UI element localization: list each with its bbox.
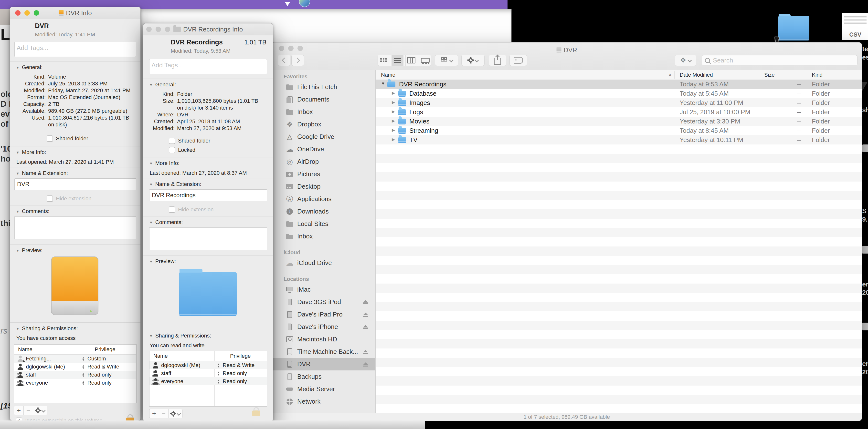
privilege-cell[interactable]: Read only xyxy=(217,370,247,376)
titlebar[interactable]: DVR Recordings Info xyxy=(143,24,273,35)
disclosure-triangle-icon[interactable]: ▼ xyxy=(16,65,20,70)
remove-user-button[interactable]: − xyxy=(159,409,168,418)
permission-row[interactable]: Fetching... Custom xyxy=(14,355,136,363)
privilege-cell[interactable]: Read only xyxy=(217,378,247,385)
sidebar-item[interactable]: Google Drive xyxy=(272,131,375,143)
locked-checkbox-row[interactable]: Locked xyxy=(169,147,195,153)
column-kind[interactable]: Kind xyxy=(812,72,823,78)
sidebar-item[interactable]: Macintosh HD xyxy=(272,333,375,345)
sidebar-item[interactable]: Downloads xyxy=(272,205,375,218)
permissions-gear-button[interactable] xyxy=(168,409,182,418)
remove-user-button[interactable]: − xyxy=(24,406,33,415)
search-input[interactable] xyxy=(712,56,854,64)
column-size[interactable]: Size xyxy=(764,72,775,78)
titlebar[interactable]: DVR Info xyxy=(10,7,141,19)
permissions-actions[interactable]: + − xyxy=(149,409,182,418)
eject-icon[interactable] xyxy=(363,362,369,367)
view-columns-button[interactable] xyxy=(405,55,417,66)
section-name-extension[interactable]: ▼ Name & Extension: xyxy=(149,181,201,188)
section-comments[interactable]: ▼ Comments: xyxy=(16,208,49,214)
permission-row[interactable]: staff Read only xyxy=(150,369,267,377)
section-preview[interactable]: ▼ Preview: xyxy=(149,258,176,265)
privilege-cell[interactable]: Read only xyxy=(82,372,112,378)
sidebar-item[interactable]: Dave's iPhone xyxy=(272,321,375,333)
sidebar-item[interactable]: Network xyxy=(272,395,375,408)
disclosure-triangle-icon[interactable]: ▼ xyxy=(149,83,153,87)
sidebar-item[interactable]: Local Sites xyxy=(272,218,375,230)
add-user-button[interactable]: + xyxy=(14,406,24,415)
view-switcher[interactable] xyxy=(378,55,431,66)
add-user-button[interactable]: + xyxy=(150,409,159,418)
comments-box[interactable] xyxy=(14,217,136,239)
disclosure-triangle-icon[interactable]: ▼ xyxy=(16,249,20,253)
shared-folder-checkbox-row[interactable]: Shared folder xyxy=(169,138,210,144)
shared-folder-checkbox-row[interactable]: Shared folder xyxy=(46,135,88,142)
file-row[interactable]: ▶ Database Today at 5:45 AM -- Folder xyxy=(376,89,862,98)
section-sharing-permissions[interactable]: ▼ Sharing & Permissions: xyxy=(16,325,78,332)
sidebar-item[interactable]: Inbox xyxy=(272,106,375,118)
file-row[interactable]: ▼ DVR Recordings Today at 9:53 AM -- Fol… xyxy=(376,79,862,89)
eject-icon[interactable] xyxy=(363,312,369,317)
permission-row[interactable]: staff Read only xyxy=(14,371,136,379)
sidebar-item[interactable]: Pictures xyxy=(272,168,375,180)
zoom-icon[interactable] xyxy=(34,10,39,15)
comments-box[interactable] xyxy=(149,227,267,251)
disclosure-triangle-icon[interactable]: ▶ xyxy=(392,109,395,114)
disclosure-triangle-icon[interactable]: ▼ xyxy=(149,334,153,338)
avatar[interactable] xyxy=(299,0,310,7)
close-icon[interactable] xyxy=(279,46,284,51)
section-preview[interactable]: ▼ Preview: xyxy=(16,247,42,254)
eject-icon[interactable] xyxy=(363,350,369,354)
file-row[interactable]: ▶ Streaming Today at 8:45 AM -- Folder xyxy=(376,126,862,135)
checkbox[interactable] xyxy=(169,138,175,144)
sidebar-item[interactable]: iCloud Drive xyxy=(272,257,375,269)
column-name[interactable]: Name xyxy=(381,72,395,78)
csv-file-icon[interactable]: CSV xyxy=(842,13,868,40)
section-general[interactable]: ▼ General: xyxy=(149,81,176,88)
sidebar-item[interactable]: FileThis Fetch xyxy=(272,81,375,93)
permission-row[interactable]: dglogowski (Me) Read & Write xyxy=(150,361,267,369)
minimize-icon[interactable] xyxy=(288,46,293,51)
name-extension-field[interactable] xyxy=(149,189,267,201)
tags-button[interactable] xyxy=(509,55,527,66)
eject-icon[interactable] xyxy=(363,325,369,329)
sidebar-item[interactable]: Documents xyxy=(272,93,375,106)
disclosure-triangle-icon[interactable]: ▼ xyxy=(16,171,20,175)
sidebar-item[interactable]: AirDrop xyxy=(272,156,375,168)
file-row[interactable]: ▶ Movies Yesterday at 3:30 PM -- Folder xyxy=(376,117,862,126)
finder-titlebar[interactable]: DVR ❖ xyxy=(272,42,862,70)
disclosure-triangle-icon[interactable]: ▼ xyxy=(149,182,153,187)
checkbox[interactable] xyxy=(46,195,53,202)
hide-extension-checkbox-row[interactable]: Hide extension xyxy=(169,206,214,213)
column-divider[interactable] xyxy=(806,71,806,78)
privilege-cell[interactable]: Read only xyxy=(82,380,112,386)
permissions-table[interactable]: Name Privilege Fetching... Custom dglog xyxy=(14,344,136,403)
permission-row[interactable]: everyone Read only xyxy=(150,377,267,385)
view-gallery-button[interactable] xyxy=(419,55,431,66)
zoom-icon[interactable] xyxy=(298,46,303,51)
group-button[interactable] xyxy=(435,55,458,66)
tags-input[interactable] xyxy=(14,42,140,54)
disclosure-triangle-icon[interactable]: ▼ xyxy=(16,209,20,213)
disclosure-triangle-icon[interactable]: ▼ xyxy=(16,327,20,331)
dropbox-button[interactable]: ❖ xyxy=(675,55,696,66)
dvr-recordings-info-window[interactable]: DVR Recordings Info DVR Recordings 1.01 … xyxy=(143,23,273,422)
section-name-extension[interactable]: ▼ Name & Extension: xyxy=(16,170,68,176)
section-sharing-permissions[interactable]: ▼ Sharing & Permissions: xyxy=(149,333,211,339)
disclosure-triangle-icon[interactable]: ▶ xyxy=(392,100,395,105)
sidebar-item[interactable]: Media Server xyxy=(272,383,375,395)
disclosure-triangle-icon[interactable]: ▶ xyxy=(392,128,395,133)
checkbox[interactable] xyxy=(169,206,175,213)
sidebar-item[interactable]: Time Machine Back... xyxy=(272,345,375,358)
permissions-actions[interactable]: + − xyxy=(14,406,47,415)
lock-icon[interactable] xyxy=(252,410,260,416)
name-extension-input[interactable] xyxy=(14,178,136,190)
sort-caret-icon[interactable]: ∧ xyxy=(669,72,672,77)
disclosure-triangle-icon[interactable]: ▼ xyxy=(16,150,20,155)
sidebar-item[interactable]: Applications xyxy=(272,193,375,205)
privilege-cell[interactable]: Custom xyxy=(82,356,106,362)
sidebar-item[interactable]: OneDrive xyxy=(272,143,375,156)
sidebar-item[interactable]: Dave's iPad Pro xyxy=(272,308,375,321)
column-divider[interactable] xyxy=(758,71,758,78)
checkbox[interactable] xyxy=(46,135,53,142)
